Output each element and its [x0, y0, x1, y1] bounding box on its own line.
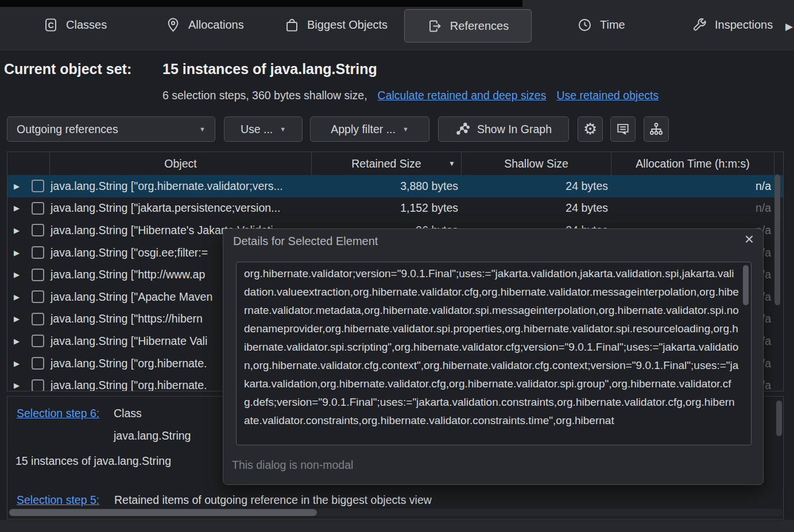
selection-summary: 6 selection steps, 360 bytes shallow siz…: [162, 89, 659, 102]
tab-references[interactable]: References: [404, 9, 532, 42]
details-dialog: Details for Selected Element × org.hiber…: [223, 228, 764, 485]
use-dropdown-button[interactable]: Use ... ▼: [224, 117, 303, 142]
row-checkbox[interactable]: [32, 180, 44, 192]
dialog-title: Details for Selected Element: [233, 235, 378, 248]
row-checkbox[interactable]: [32, 335, 44, 347]
heap-walker-window: C Classes Allocations Biggest Objects Re…: [0, 0, 794, 532]
tab-label: Inspections: [715, 18, 773, 32]
column-header-tree[interactable]: [7, 152, 50, 175]
table-row[interactable]: ▶ java.lang.String ["jakarta.persistence…: [7, 197, 783, 220]
clock-icon: [577, 17, 592, 33]
shallow-size-cell: 24 bytes: [462, 201, 611, 215]
expand-icon[interactable]: ▶: [14, 314, 23, 323]
row-checkbox[interactable]: [32, 357, 44, 370]
settings-button[interactable]: ⚙: [578, 117, 603, 142]
selection-step-6-value: java.lang.String: [114, 429, 191, 442]
object-cell: java.lang.String ["jakarta.persistence;v…: [50, 201, 312, 215]
hierarchy-icon: [649, 122, 664, 137]
horizontal-scrollbar-thumb[interactable]: [9, 509, 317, 516]
reference-type-value: Outgoing references: [17, 123, 118, 136]
object-cell: java.lang.String ["org.hibernate.validat…: [50, 180, 312, 193]
row-checkbox[interactable]: [32, 269, 44, 281]
table-vertical-scrollbar[interactable]: [774, 174, 780, 305]
expand-icon[interactable]: ▶: [14, 226, 23, 235]
shallow-size-cell: 24 bytes: [462, 180, 611, 193]
classes-icon: C: [43, 17, 59, 33]
wrench-icon: [692, 17, 707, 33]
tab-label: Allocations: [188, 18, 244, 32]
reference-type-select[interactable]: Outgoing references ▼: [7, 117, 215, 142]
chevron-down-icon: ▼: [280, 126, 286, 133]
row-checkbox[interactable]: [32, 224, 44, 236]
column-header-scroll-gap: [774, 152, 783, 175]
tab-label: Time: [600, 18, 625, 32]
svg-text:C: C: [48, 21, 53, 30]
export-icon: [427, 18, 443, 34]
tab-allocations[interactable]: Allocations: [165, 17, 244, 33]
sort-desc-icon: ▼: [448, 160, 455, 168]
location-pin-icon: [165, 17, 181, 33]
show-in-graph-button[interactable]: Show In Graph: [438, 117, 569, 142]
selection-step-6-type: Class: [114, 407, 142, 420]
expand-icon[interactable]: ▶: [14, 381, 23, 390]
selection-step-5-link[interactable]: Selection step 5:: [17, 494, 99, 506]
tab-classes[interactable]: C Classes: [43, 17, 107, 33]
expand-icon[interactable]: ▶: [14, 204, 23, 212]
close-icon[interactable]: ×: [745, 230, 754, 248]
calculate-retained-link[interactable]: Calculate retained and deep sizes: [378, 89, 547, 102]
row-checkbox[interactable]: [32, 290, 44, 303]
horizontal-scrollbar[interactable]: [8, 508, 783, 517]
details-scrollbar-thumb[interactable]: [743, 265, 749, 305]
bottom-strip: [0, 520, 794, 532]
table-header: Object Retained Size ▼ Shallow Size Allo…: [7, 152, 783, 175]
expand-icon[interactable]: ▶: [14, 248, 23, 257]
allocation-time-cell: n/a: [611, 201, 774, 215]
apply-filter-label: Apply filter ...: [331, 123, 396, 136]
expand-icon[interactable]: ▶: [14, 359, 23, 368]
column-header-allocation-time[interactable]: Allocation Time (h:m:s): [611, 152, 774, 175]
row-checkbox[interactable]: [32, 313, 44, 325]
expand-icon[interactable]: ▶: [14, 182, 23, 191]
column-header-object[interactable]: Object: [50, 152, 312, 175]
tab-biggest-objects[interactable]: Biggest Objects: [284, 17, 388, 33]
selection-step-6-link[interactable]: Selection step 6:: [17, 407, 99, 420]
expand-icon[interactable]: ▶: [14, 337, 23, 345]
allocation-time-cell: n/a: [611, 180, 774, 193]
table-row[interactable]: ▶ java.lang.String ["org.hibernate.valid…: [7, 175, 783, 197]
dialog-modality-note: This dialog is non-modal: [232, 459, 353, 472]
selection-step-5-description: Retained items of outgoing reference in …: [114, 494, 432, 507]
comment-button[interactable]: [610, 117, 636, 142]
tab-label: Biggest Objects: [307, 18, 388, 32]
retained-size-cell: 3,880 bytes: [312, 180, 462, 193]
current-object-set-label: Current object set:: [4, 61, 131, 77]
hierarchy-button[interactable]: [644, 117, 669, 142]
selection-step-6-result: 15 instances of java.lang.String: [16, 455, 171, 468]
expand-icon[interactable]: ▶: [14, 293, 23, 301]
gear-icon: ⚙: [583, 120, 597, 138]
column-header-shallow-size[interactable]: Shallow Size: [462, 152, 611, 175]
row-checkbox[interactable]: [32, 246, 44, 259]
expand-icon[interactable]: ▶: [14, 270, 23, 279]
comment-icon: [615, 122, 630, 137]
tab-inspections[interactable]: Inspections: [692, 17, 773, 33]
retained-size-cell: 1,152 bytes: [312, 201, 462, 215]
selection-summary-text: 6 selection steps, 360 bytes shallow siz…: [162, 89, 367, 102]
apply-filter-button[interactable]: Apply filter ... ▼: [310, 117, 429, 142]
show-in-graph-label: Show In Graph: [477, 123, 552, 136]
column-header-retained-size[interactable]: Retained Size ▼: [312, 152, 462, 175]
details-text-area[interactable]: org.hibernate.validator;version="9.0.1.F…: [236, 262, 752, 445]
graph-icon: [455, 122, 470, 137]
view-tab-bar: C Classes Allocations Biggest Objects Re…: [0, 0, 794, 52]
panel-vertical-scrollbar[interactable]: [776, 401, 782, 436]
use-retained-objects-link[interactable]: Use retained objects: [556, 89, 659, 102]
details-text: org.hibernate.validator;version="9.0.1.F…: [244, 265, 739, 444]
bag-icon: [284, 17, 300, 33]
row-checkbox[interactable]: [32, 379, 44, 391]
tab-label: References: [450, 20, 509, 33]
tab-time[interactable]: Time: [577, 17, 625, 33]
row-checkbox[interactable]: [32, 202, 44, 215]
tab-overflow-chevron-icon[interactable]: ▶: [785, 21, 793, 33]
use-button-label: Use ...: [241, 123, 273, 136]
current-object-set-title: 15 instances of java.lang.String: [162, 61, 377, 77]
chevron-down-icon: ▼: [199, 126, 206, 133]
